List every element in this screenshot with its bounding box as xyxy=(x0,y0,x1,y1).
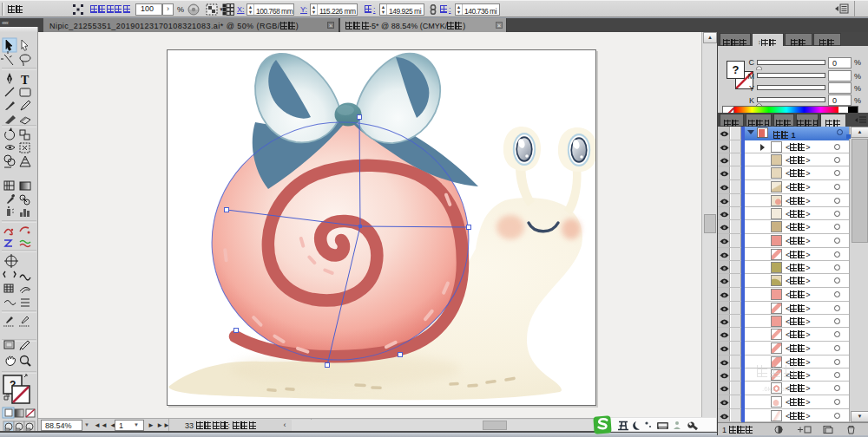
svg-text:T: T xyxy=(21,74,30,87)
